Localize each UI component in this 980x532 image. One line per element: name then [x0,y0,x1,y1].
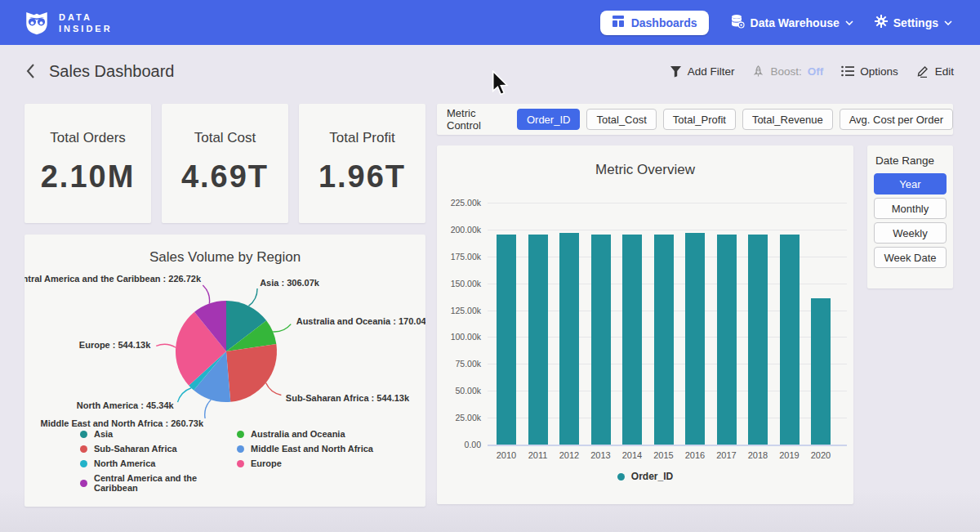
bar[interactable] [780,235,800,445]
legend-label: Asia [94,429,113,439]
pie-slice-label: North America : 45.34k [77,400,175,410]
metric-chip[interactable]: Order_ID [517,109,580,130]
legend-dot [237,431,244,438]
options-list-icon [841,65,854,77]
kpi-label: Total Orders [24,130,151,146]
y-axis-tick: 125.00k [437,306,481,315]
chevron-down-icon [845,20,853,25]
chevron-down-icon [944,20,952,25]
edit-button[interactable]: Edit [916,65,954,78]
edit-pencil-icon [916,65,929,78]
owl-logo-icon [23,7,51,38]
legend-label: Middle East and North Africa [251,444,373,454]
dashboards-grid-icon [612,15,625,30]
add-filter-button[interactable]: Add Filter [670,65,735,78]
pie-slice[interactable] [226,344,277,402]
x-axis-tick: 2019 [775,450,804,460]
y-axis-tick: 50.00k [437,386,481,396]
legend-item[interactable]: Asia [80,429,237,439]
pie-label-line [248,288,257,306]
legend-label: Central America and the Caribbean [94,473,237,493]
y-axis-tick: 175.00k [437,252,481,262]
metric-chip[interactable]: Total_Revenue [742,109,833,130]
pie-label-line [156,344,176,347]
metric-control-bar: Metric Control Order_IDTotal_CostTotal_P… [437,104,953,135]
kpi-value: 4.69T [162,159,288,194]
dashboards-button[interactable]: Dashboards [600,11,709,35]
bar[interactable] [622,235,642,445]
back-button[interactable] [21,62,39,80]
bar-chart-card: Metric Overview 0.0025.00k50.00k75.00k10… [437,145,853,504]
brand-text: DATA INSIDER [59,11,113,34]
bar[interactable] [811,298,831,445]
bar[interactable] [497,235,516,445]
kpi-value: 2.10M [24,159,151,194]
legend-item[interactable]: Europe [237,458,425,468]
date-range-label: Date Range [875,154,947,167]
pie-chart: Asia : 306.07kAustralia and Oceania : 17… [24,267,425,429]
bar[interactable] [748,235,768,445]
x-axis-tick: 2012 [555,450,584,460]
bar[interactable] [685,233,705,445]
legend-dot [80,460,87,467]
date-range-option[interactable]: Year [874,173,947,194]
bar[interactable] [559,233,579,445]
y-axis-tick: 200.00k [437,225,481,235]
legend-dot [80,445,87,453]
pie-slice-label: Middle East and North Africa : 260.73k [41,418,204,428]
y-axis-tick: 225.00k [437,198,481,208]
legend-item[interactable]: North America [80,458,237,468]
x-axis-tick: 2010 [492,450,521,460]
dashboards-label: Dashboards [631,16,697,29]
pie-slice-label: Asia : 306.07k [260,278,320,288]
pie-legend: AsiaAustralia and OceaniaSub-Saharan Afr… [80,429,425,493]
x-axis-tick: 2016 [680,450,710,460]
legend-dot [237,460,244,467]
metric-control-label: Metric Control [447,107,506,132]
pie-slice-label: Central America and the Caribbean : 226.… [24,274,202,284]
date-range-option[interactable]: Monthly [874,198,947,219]
date-range-option[interactable]: Weekly [874,222,947,244]
legend-dot [617,473,625,481]
kpi-card: Total Cost4.69T [162,104,288,223]
bar[interactable] [654,235,674,445]
y-axis-tick: 25.00k [437,413,481,422]
brand: DATA INSIDER [23,7,113,38]
legend-item[interactable]: Australia and Oceania [237,429,425,439]
pie-label-line [205,400,212,418]
database-icon [730,14,745,31]
settings-menu[interactable]: Settings [875,15,952,30]
legend-item[interactable]: Middle East and North Africa [237,444,425,454]
bar[interactable] [591,235,611,445]
legend-item[interactable]: Sub-Saharan Africa [80,444,237,454]
metric-chip[interactable]: Total_Cost [586,109,656,130]
pie-chart-title: Sales Volume by Region [24,249,425,266]
x-axis-tick: 2013 [586,450,616,460]
metric-chip[interactable]: Avg. Cost per Order [840,109,953,130]
pie-slice-label: Europe : 544.13k [79,340,151,350]
pie-label-line [203,285,209,304]
pie-slice-label: Australia and Oceania : 170.04k [296,316,425,326]
sales-dashboard-page: DATA INSIDER Dashboards [0,0,980,532]
gridline [488,445,847,446]
options-button[interactable]: Options [841,65,898,78]
boost-toggle[interactable]: Boost:Off [752,65,823,78]
data-warehouse-label: Data Warehouse [751,16,840,29]
settings-label: Settings [893,16,938,29]
legend-dot [80,480,87,487]
bar-legend-label: Order_ID [631,471,673,482]
y-axis-tick: 75.00k [437,359,481,369]
gridline [488,203,847,203]
kpi-label: Total Cost [162,130,288,146]
gear-icon [875,15,888,30]
bar[interactable] [717,235,737,445]
legend-item[interactable]: Central America and the Caribbean [80,473,237,493]
x-axis-tick: 2011 [523,450,553,460]
kpi-card: Total Orders2.10M [24,104,151,223]
bar[interactable] [528,235,548,445]
metric-chip[interactable]: Total_Profit [663,109,736,130]
data-warehouse-menu[interactable]: Data Warehouse [730,14,853,31]
date-range-option[interactable]: Week Date [874,247,947,268]
pie-chart-card: Sales Volume by Region Asia : 306.07kAus… [24,235,425,507]
pie-label-line [266,383,282,396]
